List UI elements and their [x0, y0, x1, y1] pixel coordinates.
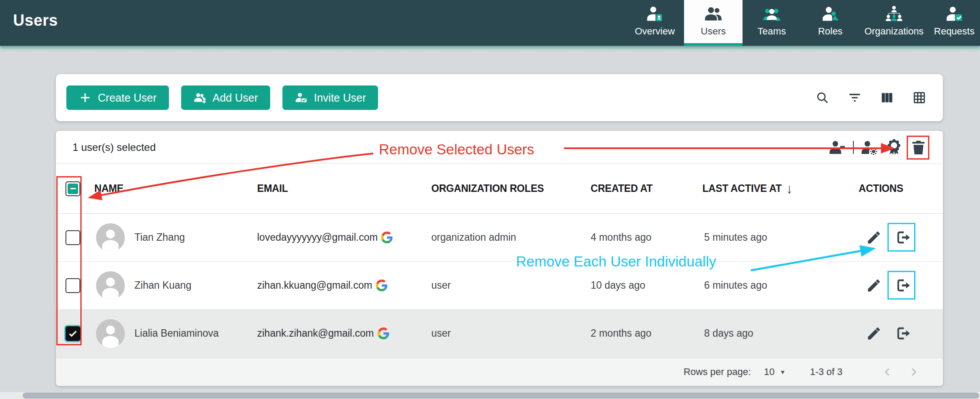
- requests-person-check-icon: [945, 5, 963, 23]
- tab-label: Users: [701, 26, 726, 37]
- app-header: Users Overview Users: [0, 0, 980, 46]
- edit-icon[interactable]: [866, 325, 882, 341]
- column-header-email[interactable]: EMAIL: [250, 183, 423, 194]
- user-created: 4 months ago: [582, 232, 695, 243]
- user-last-active: 8 days ago: [695, 327, 853, 339]
- avatar: [96, 271, 125, 300]
- icon-divider: [853, 141, 854, 154]
- plus-icon: [79, 91, 92, 104]
- edit-icon[interactable]: [866, 229, 882, 246]
- add-user-button[interactable]: Add User: [181, 85, 270, 110]
- teams-icon: [763, 5, 781, 23]
- rows-per-page-label: Rows per page:: [684, 366, 751, 378]
- user-created: 10 days ago: [582, 280, 695, 291]
- user-last-active: 5 minutes ago: [695, 232, 853, 243]
- previous-page-button[interactable]: [881, 365, 894, 379]
- tab-label: Overview: [635, 26, 675, 37]
- row-checkbox[interactable]: [65, 278, 80, 293]
- column-header-org-roles[interactable]: ORGANIZATION ROLES: [423, 183, 582, 194]
- user-role: user: [423, 280, 582, 291]
- users-icon: [704, 5, 722, 23]
- table-row: Tian Zhang lovedayyyyyyy@gmail.com organ…: [56, 214, 943, 262]
- tab-label: Requests: [934, 26, 975, 37]
- remove-icon[interactable]: [895, 325, 911, 341]
- toolbar-card: Create User Add User Invite User: [56, 74, 943, 121]
- tab-overview[interactable]: Overview: [626, 0, 684, 46]
- invite-user-label: Invite User: [314, 92, 366, 104]
- create-user-button[interactable]: Create User: [66, 85, 169, 110]
- user-last-active: 6 minutes ago: [695, 280, 853, 291]
- select-all-checkbox[interactable]: [65, 181, 80, 196]
- avatar: [96, 319, 125, 348]
- scrollbar-thumb[interactable]: [23, 392, 979, 399]
- page-title: Users: [13, 11, 58, 30]
- overview-person-badge-icon: [646, 5, 664, 23]
- user-role: organization admin: [423, 232, 582, 243]
- user-name: Zihan Kuang: [134, 280, 191, 291]
- sort-descending-icon[interactable]: ↓: [786, 181, 793, 196]
- badge-icon[interactable]: [885, 139, 903, 156]
- user-email: zihan.kkuang@gmail.com: [257, 280, 372, 291]
- edit-icon[interactable]: [866, 277, 882, 293]
- tab-organizations[interactable]: Organizations: [860, 0, 928, 46]
- row-checkbox[interactable]: [65, 230, 80, 245]
- delete-icon[interactable]: [910, 139, 927, 156]
- pagination-range: 1-3 of 3: [810, 366, 842, 378]
- invite-user-button[interactable]: Invite User: [282, 85, 378, 110]
- selection-bar: 1 user(s) selected: [56, 131, 943, 164]
- users-table-card: 1 user(s) selected: [56, 131, 943, 386]
- table-row: Zihan Kuang zihan.kkuang@gmail.com user …: [56, 262, 943, 310]
- google-icon: [376, 280, 388, 291]
- user-role: user: [423, 327, 582, 339]
- add-user-label: Add User: [213, 92, 258, 104]
- google-icon: [378, 327, 389, 339]
- tab-users[interactable]: Users: [684, 0, 743, 46]
- header-glow: [0, 46, 980, 52]
- column-header-created[interactable]: CREATED AT: [582, 183, 695, 194]
- indeterminate-mark: [68, 184, 78, 194]
- next-page-button[interactable]: [907, 365, 920, 379]
- user-settings-icon[interactable]: [861, 139, 878, 156]
- tab-requests[interactable]: Requests: [928, 0, 980, 46]
- dropdown-caret-icon: ▼: [780, 369, 786, 375]
- selection-count-text: 1 user(s) selected: [72, 141, 156, 153]
- tab-label: Teams: [758, 26, 786, 37]
- tab-roles[interactable]: Roles: [801, 0, 860, 46]
- row-checkbox-checked[interactable]: [65, 326, 80, 341]
- column-header-last-active[interactable]: LAST ACTIVE AT ↓: [695, 181, 853, 196]
- table-row-selected: Lialia Beniaminova zihank.zihank@gmail.c…: [56, 310, 943, 358]
- tab-label: Roles: [818, 26, 842, 37]
- selection-actions: [829, 131, 927, 164]
- remove-user-icon[interactable]: [829, 139, 846, 156]
- nav-tabs: Overview Users Teams: [626, 0, 980, 46]
- roles-person-key-icon: [821, 5, 839, 23]
- organizations-hierarchy-icon: [885, 5, 903, 23]
- user-email: lovedayyyyyyy@gmail.com: [257, 232, 378, 243]
- table-tool-icons: [815, 74, 926, 121]
- add-user-icon: [193, 91, 206, 104]
- remove-icon[interactable]: [895, 229, 911, 246]
- user-name: Tian Zhang: [134, 232, 185, 243]
- avatar: [96, 223, 125, 252]
- column-header-actions: ACTIONS: [853, 183, 943, 194]
- table-footer: Rows per page: 10 ▼ 1-3 of 3: [56, 358, 943, 386]
- create-user-label: Create User: [98, 92, 157, 104]
- user-email: zihank.zihank@gmail.com: [257, 327, 374, 339]
- google-icon: [381, 232, 393, 243]
- user-created: 2 months ago: [582, 327, 695, 339]
- grid-icon[interactable]: [912, 91, 926, 105]
- search-icon[interactable]: [815, 91, 829, 105]
- tab-teams[interactable]: Teams: [743, 0, 801, 46]
- horizontal-scrollbar[interactable]: [0, 392, 980, 399]
- filter-icon[interactable]: [848, 91, 862, 105]
- tab-label: Organizations: [864, 26, 924, 37]
- invite-user-icon: [295, 91, 308, 104]
- column-header-name[interactable]: NAME: [86, 183, 250, 194]
- columns-icon[interactable]: [880, 91, 894, 105]
- user-name: Lialia Beniaminova: [134, 327, 219, 339]
- table-header-row: NAME EMAIL ORGANIZATION ROLES CREATED AT…: [56, 164, 943, 214]
- rows-per-page-select[interactable]: 10 ▼: [764, 366, 785, 378]
- remove-icon[interactable]: [895, 277, 911, 293]
